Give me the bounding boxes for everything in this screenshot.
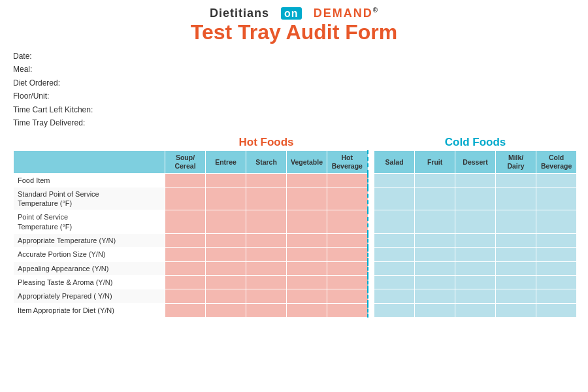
cell-starch-stdtemp[interactable] [246, 187, 287, 210]
cell-veg-food[interactable] [287, 173, 327, 187]
cell-soup-appear[interactable] [165, 261, 206, 275]
cell-dessert-postemp[interactable] [455, 210, 496, 234]
cell-salad-appear[interactable] [374, 261, 415, 275]
cell-starch-food[interactable] [246, 173, 287, 187]
divider-food [368, 173, 374, 187]
cell-veg-diet[interactable] [287, 303, 327, 317]
cell-salad-portion[interactable] [374, 248, 415, 261]
cell-fruit-portion[interactable] [415, 248, 455, 261]
cell-entree-food[interactable] [206, 173, 246, 187]
cell-salad-stdtemp[interactable] [374, 187, 415, 210]
cell-starch-appear[interactable] [246, 261, 287, 275]
cell-dessert-prep[interactable] [455, 289, 496, 303]
cell-entree-stdtemp[interactable] [206, 187, 246, 210]
cell-starch-portion[interactable] [246, 248, 287, 261]
cell-hotbev-apptemp[interactable] [327, 234, 368, 248]
header: Dietitians on Demand® Test Tray Audit Fo… [13, 7, 575, 44]
cell-coldbev-food[interactable] [536, 173, 577, 187]
divider-appear [368, 261, 374, 275]
cell-milk-postemp[interactable] [496, 210, 536, 234]
cell-hotbev-postemp[interactable] [327, 210, 368, 234]
cell-veg-appear[interactable] [287, 261, 327, 275]
cell-starch-apptemp[interactable] [246, 234, 287, 248]
divider-prep [368, 289, 374, 303]
cell-entree-apptemp[interactable] [206, 234, 246, 248]
cell-soup-portion[interactable] [165, 248, 206, 261]
date-field: Date: [13, 50, 575, 63]
cell-coldbev-diet[interactable] [536, 303, 577, 317]
page: Dietitians on Demand® Test Tray Audit Fo… [0, 0, 588, 392]
cell-entree-appear[interactable] [206, 261, 246, 275]
cell-salad-food[interactable] [374, 173, 415, 187]
cell-veg-apptemp[interactable] [287, 234, 327, 248]
cell-fruit-taste[interactable] [415, 275, 455, 289]
cell-entree-postemp[interactable] [206, 210, 246, 234]
cell-soup-taste[interactable] [165, 275, 206, 289]
cell-dessert-taste[interactable] [455, 275, 496, 289]
cell-milk-diet[interactable] [496, 303, 536, 317]
cell-hotbev-taste[interactable] [327, 275, 368, 289]
cell-soup-stdtemp[interactable] [165, 187, 206, 210]
cell-hotbev-diet[interactable] [327, 303, 368, 317]
cell-starch-diet[interactable] [246, 303, 287, 317]
cell-veg-postemp[interactable] [287, 210, 327, 234]
cell-salad-postemp[interactable] [374, 210, 415, 234]
cell-salad-apptemp[interactable] [374, 234, 415, 248]
cell-hotbev-food[interactable] [327, 173, 368, 187]
cell-dessert-appear[interactable] [455, 261, 496, 275]
cell-veg-taste[interactable] [287, 275, 327, 289]
cell-coldbev-apptemp[interactable] [536, 234, 577, 248]
label-appearance: Appealing Appearance (Y/N) [14, 261, 165, 275]
cell-fruit-appear[interactable] [415, 261, 455, 275]
cell-salad-diet[interactable] [374, 303, 415, 317]
cell-fruit-postemp[interactable] [415, 210, 455, 234]
cell-coldbev-taste[interactable] [536, 275, 577, 289]
cell-dessert-food[interactable] [455, 173, 496, 187]
cell-hotbev-portion[interactable] [327, 248, 368, 261]
cell-coldbev-stdtemp[interactable] [536, 187, 577, 210]
cell-milk-taste[interactable] [496, 275, 536, 289]
cell-soup-postemp[interactable] [165, 210, 206, 234]
cell-coldbev-postemp[interactable] [536, 210, 577, 234]
cell-milk-portion[interactable] [496, 248, 536, 261]
cell-fruit-diet[interactable] [415, 303, 455, 317]
cell-fruit-apptemp[interactable] [415, 234, 455, 248]
cell-starch-postemp[interactable] [246, 210, 287, 234]
cell-soup-diet[interactable] [165, 303, 206, 317]
cell-soup-prep[interactable] [165, 289, 206, 303]
cell-soup-food[interactable] [165, 173, 206, 187]
cell-coldbev-prep[interactable] [536, 289, 577, 303]
cell-milk-stdtemp[interactable] [496, 187, 536, 210]
cell-salad-prep[interactable] [374, 289, 415, 303]
cell-starch-taste[interactable] [246, 275, 287, 289]
cell-veg-stdtemp[interactable] [287, 187, 327, 210]
meta-fields: Date: Meal: Diet Ordered: Floor/Unit: Ti… [13, 50, 575, 129]
label-standard-temp: Standard Point of ServiceTemperature (°F… [14, 187, 165, 210]
cell-hotbev-prep[interactable] [327, 289, 368, 303]
cell-fruit-food[interactable] [415, 173, 455, 187]
cell-soup-apptemp[interactable] [165, 234, 206, 248]
cell-dessert-diet[interactable] [455, 303, 496, 317]
cell-milk-apptemp[interactable] [496, 234, 536, 248]
cell-hotbev-appear[interactable] [327, 261, 368, 275]
cell-entree-portion[interactable] [206, 248, 246, 261]
cell-entree-taste[interactable] [206, 275, 246, 289]
cell-hotbev-stdtemp[interactable] [327, 187, 368, 210]
cell-fruit-stdtemp[interactable] [415, 187, 455, 210]
cell-dessert-stdtemp[interactable] [455, 187, 496, 210]
cell-coldbev-portion[interactable] [536, 248, 577, 261]
cell-milk-appear[interactable] [496, 261, 536, 275]
cell-entree-diet[interactable] [206, 303, 246, 317]
cell-starch-prep[interactable] [246, 289, 287, 303]
cell-milk-prep[interactable] [496, 289, 536, 303]
cell-veg-portion[interactable] [287, 248, 327, 261]
cell-milk-food[interactable] [496, 173, 536, 187]
cell-veg-prep[interactable] [287, 289, 327, 303]
cell-salad-taste[interactable] [374, 275, 415, 289]
cell-fruit-prep[interactable] [415, 289, 455, 303]
label-taste: Pleasing Taste & Aroma (Y/N) [14, 275, 165, 289]
cell-entree-prep[interactable] [206, 289, 246, 303]
cell-dessert-portion[interactable] [455, 248, 496, 261]
cell-dessert-apptemp[interactable] [455, 234, 496, 248]
cell-coldbev-appear[interactable] [536, 261, 577, 275]
